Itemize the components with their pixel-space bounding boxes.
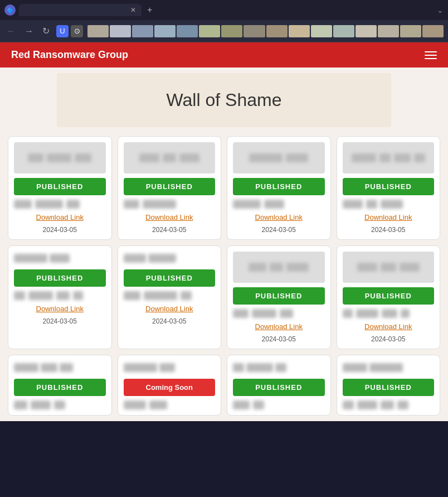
- toolbar-icon-circle[interactable]: ⊙: [71, 25, 83, 37]
- browser-toolbar: ← → ↻ U ⊙: [0, 20, 448, 42]
- card-2-download-link[interactable]: Download Link: [255, 213, 303, 221]
- card-10-status-button[interactable]: PUBLISHED: [233, 379, 325, 396]
- browser-chrome: 🔷 ✕ + ⌄: [0, 0, 448, 20]
- blur-block: [181, 291, 192, 300]
- blur-block: [381, 200, 403, 209]
- blur-block: [124, 200, 139, 209]
- blur-block: [280, 309, 293, 318]
- blur-block: [233, 200, 261, 209]
- blur-block: [397, 401, 408, 409]
- card-7-download-link[interactable]: Download Link: [364, 322, 412, 331]
- card-3-status-button[interactable]: PUBLISHED: [343, 178, 435, 195]
- blur-block: [366, 200, 377, 209]
- card-0-image: [14, 142, 106, 173]
- active-tab[interactable]: ✕: [19, 4, 142, 16]
- card-5-status-button[interactable]: PUBLISHED: [124, 269, 216, 287]
- refresh-button[interactable]: ↻: [40, 25, 52, 37]
- card-8-header: [14, 361, 106, 374]
- blur-block: [249, 263, 266, 272]
- blur-block: [35, 200, 63, 209]
- card-0-info-row: [14, 200, 106, 209]
- blur-block: [124, 291, 140, 300]
- card-1-status-button[interactable]: PUBLISHED: [124, 178, 216, 195]
- tab-close-button[interactable]: ✕: [130, 6, 136, 14]
- browser-menu-button[interactable]: ⌄: [437, 6, 444, 15]
- new-tab-button[interactable]: +: [144, 4, 155, 16]
- blur-block: [252, 309, 276, 318]
- card-9-status-button[interactable]: Coming Soon: [124, 379, 216, 396]
- card-5-info-row: [124, 291, 216, 300]
- card-2-info-row: [233, 200, 325, 209]
- blur-block: [14, 363, 38, 372]
- card-4-status-button[interactable]: PUBLISHED: [14, 269, 106, 287]
- blur-block: [286, 263, 309, 272]
- card-10: PUBLISHED: [227, 355, 331, 416]
- blur-block: [75, 153, 91, 162]
- blur-block: [179, 153, 199, 162]
- card-6-date: 2024-03-05: [233, 335, 325, 343]
- card-1: PUBLISHED Download Link 2024-03-05: [118, 136, 222, 240]
- blur-block: [394, 153, 411, 162]
- card-0-status-button[interactable]: PUBLISHED: [14, 178, 106, 195]
- color-swatch-12: [333, 25, 354, 37]
- color-swatch-1: [87, 25, 109, 37]
- blur-block: [275, 363, 286, 372]
- toolbar-icon-u[interactable]: U: [56, 25, 69, 37]
- blur-block: [60, 363, 73, 372]
- card-8-status-button[interactable]: PUBLISHED: [14, 379, 106, 396]
- forward-button[interactable]: →: [22, 25, 36, 37]
- card-8-info-row: [14, 401, 106, 409]
- card-4-info-row: [14, 291, 106, 300]
- card-6-download-link[interactable]: Download Link: [255, 322, 303, 331]
- card-3-download-link[interactable]: Download Link: [364, 213, 412, 221]
- card-9: Coming Soon: [118, 355, 222, 416]
- card-7-status-button[interactable]: PUBLISHED: [343, 287, 435, 305]
- card-1-date: 2024-03-05: [124, 226, 216, 234]
- blur-block: [139, 153, 159, 162]
- card-2-image: [233, 142, 325, 173]
- blur-block: [124, 254, 146, 263]
- blur-block: [28, 153, 43, 162]
- color-swatch-3: [132, 25, 153, 37]
- card-10-info-row: [233, 401, 325, 409]
- blur-block: [14, 291, 25, 300]
- color-swatch-14: [378, 25, 399, 37]
- card-4-download-link[interactable]: Download Link: [36, 305, 84, 313]
- wall-of-shame-banner: Wall of Shame: [57, 73, 391, 127]
- blur-block: [73, 291, 83, 300]
- blur-block: [379, 153, 391, 162]
- card-6: PUBLISHED Download Link 2024-03-05: [227, 245, 331, 349]
- blur-block: [66, 200, 80, 209]
- blur-block: [382, 309, 397, 318]
- color-swatch-13: [356, 25, 377, 37]
- card-5-download-link[interactable]: Download Link: [145, 305, 193, 313]
- blur-block: [253, 401, 264, 409]
- blur-block: [144, 291, 177, 300]
- blur-block: [264, 200, 284, 209]
- card-8: PUBLISHED: [8, 355, 112, 416]
- card-4: PUBLISHED Download Link 2024-03-05: [8, 245, 112, 349]
- blur-block: [357, 401, 377, 409]
- blur-block: [163, 153, 176, 162]
- blur-block: [356, 309, 378, 318]
- card-2-status-button[interactable]: PUBLISHED: [233, 178, 325, 195]
- card-6-status-button[interactable]: PUBLISHED: [233, 287, 325, 305]
- card-9-header: [124, 361, 216, 374]
- card-6-image: [233, 252, 325, 283]
- blur-block: [28, 291, 53, 300]
- card-11: PUBLISHED: [337, 355, 441, 416]
- blur-block: [50, 254, 70, 263]
- card-2-date: 2024-03-05: [233, 226, 325, 234]
- blur-block: [14, 200, 32, 209]
- card-11-status-button[interactable]: PUBLISHED: [343, 379, 435, 396]
- blur-block: [246, 363, 273, 372]
- card-5-header: [124, 252, 216, 265]
- browser-icon: 🔷: [4, 4, 16, 16]
- card-1-download-link[interactable]: Download Link: [145, 213, 193, 221]
- back-button[interactable]: ←: [4, 25, 18, 37]
- card-3-image: [343, 142, 435, 173]
- hamburger-menu[interactable]: [425, 51, 437, 59]
- color-bar: [87, 25, 444, 37]
- card-0-download-link[interactable]: Download Link: [36, 213, 84, 221]
- blur-block: [343, 363, 367, 372]
